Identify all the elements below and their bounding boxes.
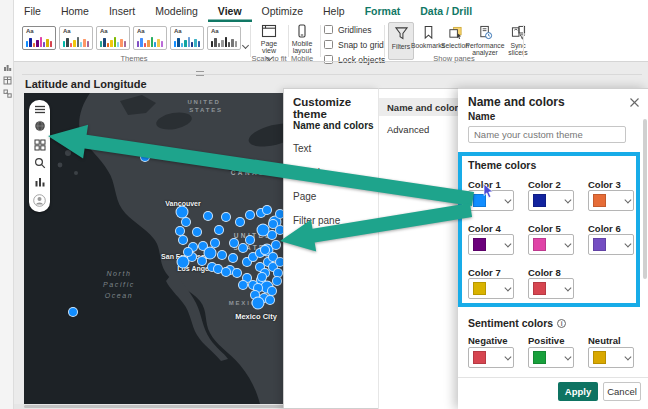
nav-visuals[interactable]: Visuals [293, 167, 325, 178]
globe-icon[interactable] [34, 120, 46, 132]
color-1-dropdown[interactable] [468, 190, 514, 211]
ribbon-separator [384, 25, 385, 57]
nav-page[interactable]: Page [293, 191, 316, 202]
map-data-point[interactable] [68, 307, 78, 317]
visual-border [22, 74, 642, 75]
color-2-swatch [533, 194, 546, 207]
map-data-point[interactable] [221, 212, 231, 222]
map-data-point[interactable] [232, 268, 242, 278]
chevron-down-icon [504, 285, 510, 291]
gridlines-checkbox[interactable] [324, 25, 333, 34]
menu-format[interactable]: Format [355, 0, 411, 22]
mobile-layout-button[interactable]: Mobile layout [286, 24, 318, 54]
theme-thumbnail-1[interactable]: Aa [22, 26, 56, 50]
cancel-button[interactable]: Cancel [603, 382, 641, 401]
map-data-point[interactable] [238, 280, 248, 290]
lock-objects-checkbox[interactable] [324, 55, 333, 64]
color-5-dropdown[interactable] [528, 234, 574, 255]
theme-thumbnail-6[interactable]: Aa [207, 26, 241, 50]
map-data-point[interactable] [245, 210, 255, 220]
bar-chart-icon[interactable] [34, 176, 46, 188]
data-view-icon[interactable] [3, 76, 12, 85]
selection-pane-button[interactable]: Selection [442, 22, 468, 49]
map-data-point[interactable] [272, 276, 282, 286]
neutral-dropdown[interactable] [588, 347, 634, 368]
theme-thumbnail-4[interactable]: Aa [133, 26, 167, 50]
map-data-point[interactable] [214, 225, 224, 235]
chevron-down-icon [242, 42, 249, 49]
theme-name-input[interactable] [468, 126, 626, 143]
nav-text[interactable]: Text [293, 143, 311, 154]
basemap-icon[interactable] [34, 139, 46, 151]
snap-to-grid-checkbox[interactable] [324, 40, 333, 49]
panel-scrollbar[interactable] [643, 119, 647, 279]
visual-drag-handle-icon[interactable] [196, 71, 204, 76]
sync-slicers-pane-button[interactable]: Sync slicers [502, 22, 534, 56]
map-data-point[interactable] [221, 267, 231, 277]
close-icon[interactable] [629, 97, 640, 108]
menu-home[interactable]: Home [51, 0, 99, 22]
lock-objects-option[interactable]: Lock objects [324, 52, 385, 67]
ribbon-separator [523, 25, 524, 57]
color-6-dropdown[interactable] [588, 234, 634, 255]
negative-dropdown[interactable] [468, 347, 514, 368]
map-data-point[interactable] [140, 152, 150, 162]
map-data-point[interactable] [271, 240, 281, 250]
menu-icon[interactable] [34, 105, 46, 114]
snap-to-grid-option[interactable]: Snap to grid [324, 37, 385, 52]
map-data-point[interactable] [229, 238, 239, 248]
theme-thumbnail-5[interactable]: Aa [170, 26, 204, 50]
map-data-point[interactable] [257, 272, 267, 282]
nav-filter-pane[interactable]: Filter pane [293, 215, 340, 226]
menu-data-drill[interactable]: Data / Drill [410, 0, 482, 22]
negative-swatch [473, 351, 486, 364]
map-data-point[interactable] [257, 224, 270, 237]
menu-modeling[interactable]: Modeling [145, 0, 208, 22]
map-data-point[interactable] [235, 217, 245, 227]
theme-thumbnail-3[interactable]: Aa [96, 26, 130, 50]
color-4-dropdown[interactable] [468, 234, 514, 255]
filters-pane-button[interactable]: Filters [388, 22, 414, 60]
apply-button[interactable]: Apply [558, 382, 598, 401]
model-view-icon[interactable] [3, 89, 12, 98]
color-8-dropdown[interactable] [528, 278, 574, 299]
map-data-point[interactable] [204, 247, 217, 260]
color-4-label: Color 4 [468, 223, 501, 234]
map-data-point[interactable] [183, 247, 193, 257]
report-view-icon[interactable] [3, 63, 12, 72]
map-data-point[interactable] [178, 235, 188, 245]
performance-analyzer-icon [478, 25, 493, 40]
color-7-label: Color 7 [468, 267, 501, 278]
map-data-point[interactable] [203, 211, 213, 221]
theme-aa: Aa [26, 28, 34, 34]
color-2-dropdown[interactable] [528, 190, 574, 211]
menu-help[interactable]: Help [313, 0, 355, 22]
person-icon[interactable] [33, 194, 46, 207]
subnav-advanced[interactable]: Advanced [387, 124, 429, 135]
map-data-point[interactable] [252, 297, 265, 310]
map-data-point[interactable] [217, 250, 227, 260]
performance-analyzer-pane-button[interactable]: Performance analyzer [469, 22, 501, 56]
menu-view[interactable]: View [208, 0, 252, 22]
themes-more-button[interactable] [243, 34, 248, 52]
theme-aa: Aa [174, 28, 182, 34]
positive-dropdown[interactable] [528, 347, 574, 368]
bookmarks-pane-button[interactable]: Bookmarks [415, 22, 441, 49]
color-3-dropdown[interactable] [588, 190, 634, 211]
subnav-name-and-colors[interactable]: Name and colors [387, 102, 464, 113]
info-icon[interactable]: i [557, 319, 566, 328]
gridlines-option[interactable]: Gridlines [324, 22, 385, 37]
menu-optimize[interactable]: Optimize [252, 0, 313, 22]
color-7-dropdown[interactable] [468, 278, 514, 299]
map-data-point[interactable] [192, 227, 202, 237]
map-data-point[interactable] [228, 253, 238, 263]
map-data-point[interactable] [181, 217, 191, 227]
theme-thumbnail-2[interactable]: Aa [59, 26, 93, 50]
menu-file[interactable]: File [14, 0, 51, 22]
menu-insert[interactable]: Insert [99, 0, 145, 22]
map-data-point[interactable] [262, 205, 272, 215]
nav-name-and-colors[interactable]: Name and colors [293, 120, 374, 131]
map-data-point[interactable] [265, 295, 275, 305]
search-icon[interactable] [34, 157, 46, 169]
map-data-point[interactable] [238, 243, 248, 253]
